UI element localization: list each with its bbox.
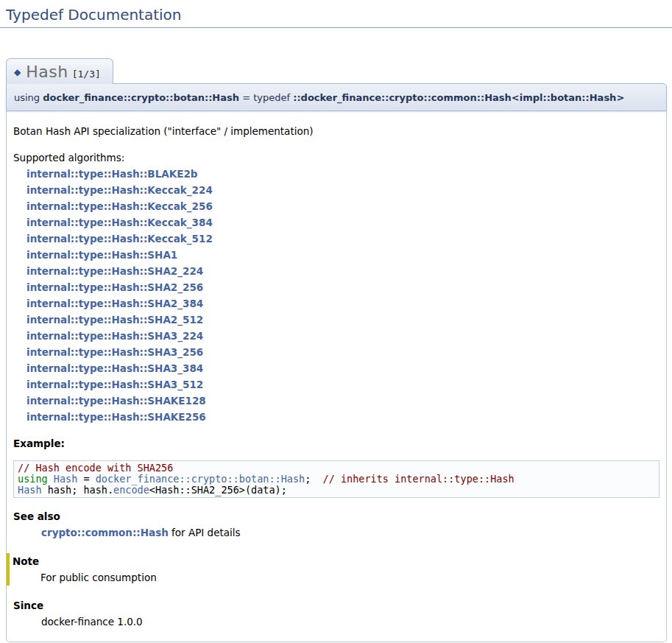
member-name: Hash bbox=[26, 63, 68, 81]
see-also-label: See also bbox=[13, 508, 659, 524]
algorithm-link[interactable]: internal::type::Hash::Keccak_256 bbox=[26, 200, 213, 212]
example-label-row: Example: bbox=[13, 435, 659, 451]
algorithm-link[interactable]: internal::type::Hash::SHA3_384 bbox=[26, 362, 203, 374]
since-label: Since bbox=[13, 597, 659, 614]
code-token-comment: // inherits internal::type::Hash bbox=[323, 473, 514, 485]
code-token-comment: // Hash encode with SHA256 bbox=[18, 462, 173, 474]
algorithm-row: internal::type::Hash::SHA1 bbox=[26, 247, 659, 263]
note-text: For public consumption bbox=[40, 569, 659, 586]
code-link[interactable]: docker_finance::crypto::botan::Hash bbox=[96, 473, 305, 485]
since-section: Since docker-finance 1.0.0 bbox=[13, 597, 659, 630]
algorithm-row: internal::type::Hash::SHA3_384 bbox=[26, 360, 659, 376]
see-also-link[interactable]: crypto::common::Hash bbox=[41, 527, 169, 538]
example-label: Example: bbox=[13, 438, 65, 449]
see-also-suffix: for API details bbox=[169, 527, 241, 538]
algorithm-link[interactable]: internal::type::Hash::Keccak_512 bbox=[26, 233, 213, 245]
algorithm-row: internal::type::Hash::Keccak_512 bbox=[26, 231, 659, 247]
proto-keyword: using bbox=[14, 92, 43, 103]
member-overload-badge: [1/3] bbox=[72, 68, 101, 80]
algorithm-link[interactable]: internal::type::Hash::SHA2_224 bbox=[26, 265, 203, 277]
member-documentation: Botan Hash API specialization ("interfac… bbox=[6, 111, 667, 642]
algorithm-link[interactable]: internal::type::Hash::Keccak_224 bbox=[26, 184, 213, 196]
supported-algorithms-label: Supported algorithms: bbox=[13, 150, 659, 166]
code-link[interactable]: encode bbox=[113, 484, 149, 496]
algorithm-link[interactable]: internal::type::Hash::SHAKE128 bbox=[26, 395, 206, 407]
algorithm-link[interactable]: internal::type::Hash::SHA1 bbox=[26, 249, 177, 261]
member-prototype: using docker_finance::crypto::botan::Has… bbox=[6, 83, 667, 111]
algorithm-list: internal::type::Hash::BLAKE2binternal::t… bbox=[26, 166, 659, 425]
algorithm-row: internal::type::Hash::SHA3_256 bbox=[26, 344, 659, 360]
member-description: Botan Hash API specialization ("interfac… bbox=[13, 123, 659, 139]
algorithm-link[interactable]: internal::type::Hash::SHA3_224 bbox=[26, 330, 203, 342]
algorithm-row: internal::type::Hash::SHAKE256 bbox=[26, 409, 659, 425]
code-token-plain: <Hash::SHA2_256>(data); bbox=[149, 484, 287, 496]
proto-target-type: ::docker_finance::crypto::common::Hash<i… bbox=[293, 92, 624, 103]
page-title: Typedef Documentation bbox=[0, 0, 672, 28]
algorithm-link[interactable]: internal::type::Hash::BLAKE2b bbox=[26, 168, 197, 180]
code-token-plain: hash; hash. bbox=[42, 484, 114, 496]
code-link[interactable]: Hash bbox=[18, 484, 42, 496]
algorithm-link[interactable]: internal::type::Hash::SHA3_512 bbox=[26, 379, 203, 390]
algorithm-row: internal::type::Hash::Keccak_224 bbox=[26, 182, 659, 198]
algorithm-row: internal::type::Hash::SHAKE128 bbox=[26, 393, 659, 409]
algorithm-row: internal::type::Hash::Keccak_256 bbox=[26, 198, 659, 214]
algorithm-row: internal::type::Hash::SHA2_384 bbox=[26, 295, 659, 312]
note-section: Note For public consumption bbox=[7, 553, 659, 586]
algorithm-link[interactable]: internal::type::Hash::SHA2_384 bbox=[26, 298, 203, 309]
algorithm-row: internal::type::Hash::Keccak_384 bbox=[26, 214, 659, 231]
algorithm-row: internal::type::Hash::SHA2_224 bbox=[26, 263, 659, 279]
since-text: docker-finance 1.0.0 bbox=[41, 614, 659, 630]
code-token-plain: = bbox=[77, 473, 95, 485]
algorithm-link[interactable]: internal::type::Hash::SHA2_256 bbox=[26, 281, 203, 293]
member-item: ◆Hash[1/3] using docker_finance::crypto:… bbox=[6, 58, 667, 642]
code-fragment: // Hash encode with SHA256using Hash = d… bbox=[13, 460, 659, 498]
proto-equals-typedef: = typedef bbox=[239, 92, 293, 103]
proto-typedef-name: docker_finance::crypto::botan::Hash bbox=[43, 92, 239, 103]
algorithm-link[interactable]: internal::type::Hash::SHA2_512 bbox=[26, 314, 203, 326]
see-also-section: See also crypto::common::Hash for API de… bbox=[13, 508, 659, 541]
algorithm-row: internal::type::Hash::SHA2_256 bbox=[26, 279, 659, 295]
anchor-diamond-icon[interactable]: ◆ bbox=[14, 67, 21, 77]
code-line: Hash hash; hash.encode<Hash::SHA2_256>(d… bbox=[18, 485, 655, 496]
algorithm-row: internal::type::Hash::SHA2_512 bbox=[26, 312, 659, 328]
algorithm-link[interactable]: internal::type::Hash::Keccak_384 bbox=[26, 217, 213, 228]
code-link[interactable]: Hash bbox=[54, 473, 78, 485]
code-token-plain: ; bbox=[305, 473, 322, 485]
see-also-content: crypto::common::Hash for API details bbox=[41, 524, 659, 541]
algorithm-link[interactable]: internal::type::Hash::SHAKE256 bbox=[26, 411, 206, 423]
algorithm-row: internal::type::Hash::BLAKE2b bbox=[26, 166, 659, 182]
code-token-keyword: using bbox=[18, 473, 48, 485]
member-tab: ◆Hash[1/3] bbox=[6, 58, 113, 84]
algorithm-link[interactable]: internal::type::Hash::SHA3_256 bbox=[26, 346, 203, 358]
code-line: using Hash = docker_finance::crypto::bot… bbox=[18, 474, 655, 485]
note-label: Note bbox=[13, 553, 659, 569]
algorithm-row: internal::type::Hash::SHA3_512 bbox=[26, 376, 659, 393]
code-token-plain bbox=[48, 473, 54, 485]
algorithm-row: internal::type::Hash::SHA3_224 bbox=[26, 328, 659, 344]
code-line: // Hash encode with SHA256 bbox=[18, 463, 655, 474]
